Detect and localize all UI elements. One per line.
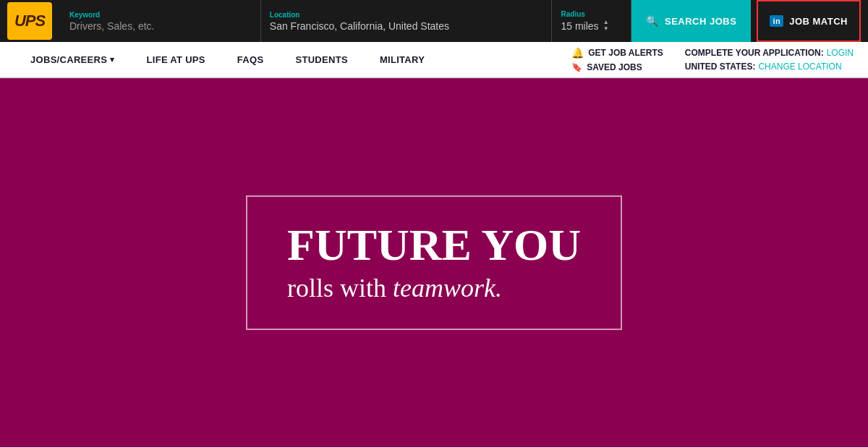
location-input[interactable] — [270, 20, 543, 32]
nav-item-life-at-ups[interactable]: LIFE AT UPS — [131, 42, 221, 77]
nav-item-faqs[interactable]: FAQS — [221, 42, 280, 77]
bell-icon: 🔔 — [571, 47, 584, 59]
location-label: Location — [270, 11, 543, 19]
radius-down-icon[interactable]: ▼ — [603, 26, 609, 32]
nav-item-students[interactable]: STUDENTS — [279, 42, 363, 77]
radius-up-icon[interactable]: ▲ — [603, 20, 609, 25]
radius-control: 15 miles ▲ ▼ — [561, 20, 622, 32]
login-link[interactable]: login — [827, 48, 854, 58]
nav-get-job-alerts[interactable]: 🔔 GET JOB ALERTS — [571, 47, 663, 59]
hero-content-box: FUTURE YOU rolls with teamwork. — [246, 195, 622, 330]
nav-faqs-label: FAQS — [237, 54, 264, 65]
nav-students-label: STUDENTS — [295, 54, 347, 65]
nav-bar: JOBS/CAREERS ▾ LIFE AT UPS FAQS STUDENTS… — [0, 42, 868, 78]
nav-col-right: COMPLETE YOUR APPLICATION: login UNITED … — [685, 48, 854, 72]
search-bar: UPS Keyword Location Radius 15 miles ▲ ▼… — [0, 0, 868, 42]
nav-col-left: 🔔 GET JOB ALERTS 🔖 SAVED JOBS — [571, 47, 663, 72]
ups-logo[interactable]: UPS — [7, 2, 52, 40]
hero-title: FUTURE YOU — [287, 222, 581, 267]
nav-saved-jobs[interactable]: 🔖 SAVED JOBS — [571, 62, 663, 72]
job-match-button[interactable]: in JOB MATCH — [757, 0, 861, 42]
saved-jobs-label: SAVED JOBS — [587, 62, 642, 72]
nav-military-label: MILITARY — [380, 54, 425, 65]
nav-left: JOBS/CAREERS ▾ LIFE AT UPS FAQS STUDENTS… — [14, 42, 557, 77]
complete-app-label: COMPLETE YOUR APPLICATION: — [685, 48, 824, 58]
radius-value: 15 miles — [561, 20, 598, 32]
united-states-label: UNITED STATES: — [685, 62, 756, 72]
nav-item-jobs-careers[interactable]: JOBS/CAREERS ▾ — [14, 42, 131, 77]
nav-right-cols: 🔔 GET JOB ALERTS 🔖 SAVED JOBS COMPLETE Y… — [557, 42, 854, 77]
hero-subtitle: rolls with teamwork. — [287, 273, 581, 303]
job-match-label: JOB MATCH — [789, 16, 848, 27]
nav-jobs-careers-label: JOBS/CAREERS — [30, 54, 107, 65]
ups-logo-text: UPS — [14, 12, 45, 30]
nav-item-military[interactable]: MILITARY — [364, 42, 441, 77]
keyword-field: Keyword — [61, 0, 261, 42]
change-location-link[interactable]: change location — [758, 62, 841, 72]
search-jobs-button[interactable]: 🔍 SEARCH JOBS — [631, 0, 751, 42]
hero-subtitle-italic: teamwork. — [393, 274, 502, 303]
keyword-label: Keyword — [69, 11, 252, 19]
search-jobs-label: SEARCH JOBS — [665, 16, 736, 27]
search-icon: 🔍 — [646, 15, 659, 27]
nav-complete-application: COMPLETE YOUR APPLICATION: login — [685, 48, 854, 58]
nav-life-at-ups-label: LIFE AT UPS — [147, 54, 205, 65]
radius-field: Radius 15 miles ▲ ▼ — [552, 0, 631, 42]
nav-location: UNITED STATES: change location — [685, 62, 854, 72]
chevron-down-icon: ▾ — [110, 55, 114, 64]
hero-section: FUTURE YOU rolls with teamwork. — [0, 78, 868, 447]
radius-label: Radius — [561, 10, 622, 18]
linkedin-icon: in — [770, 15, 783, 27]
radius-arrows[interactable]: ▲ ▼ — [603, 20, 609, 32]
hero-subtitle-text: rolls with — [287, 274, 386, 303]
keyword-input[interactable] — [69, 20, 252, 32]
location-field: Location — [261, 0, 553, 42]
get-job-alerts-label: GET JOB ALERTS — [588, 48, 663, 58]
bookmark-icon: 🔖 — [571, 62, 582, 72]
